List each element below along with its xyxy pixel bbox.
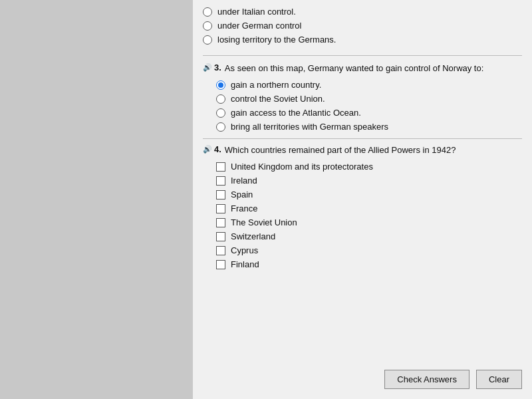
q4-option-2[interactable]: Ireland [216,176,522,186]
q4-option-8-label: Finland [231,259,259,269]
q4-option-5[interactable]: The Soviet Union [216,217,522,227]
q3-num-label: 3. [214,63,221,72]
radio-q3-c[interactable] [216,108,225,118]
q3-option-c[interactable]: gain access to the Atlantic Ocean. [216,108,522,118]
prev-option-3-label: losing territory to the Germans. [217,35,336,45]
question-3-number: 🔊 3. [203,63,221,72]
question-3-row: 🔊 3. As seen on this map, Germany wanted… [203,63,522,74]
question-4-number: 🔊 4. [203,144,221,154]
question-4-section: 🔊 4. Which countries remained part of th… [203,144,522,269]
main-container: under Italian control. under German cont… [0,0,532,399]
radio-prev-2[interactable] [203,21,212,31]
checkbox-q4-3[interactable] [216,190,225,200]
question-3-text: As seen on this map, Germany wanted to g… [225,63,483,74]
checkbox-q4-1[interactable] [216,162,225,172]
question-3-section: 🔊 3. As seen on this map, Germany wanted… [203,63,522,132]
q4-option-1-label: United Kingdom and its protectorates [231,162,373,172]
radio-q3-a[interactable] [216,80,225,90]
checkbox-q4-5[interactable] [216,218,225,227]
q4-option-7-label: Cyprus [231,245,258,255]
q3-option-a[interactable]: gain a northern country. [216,80,522,90]
q3-options: gain a northern country. control the Sov… [203,80,522,132]
prev-option-1[interactable]: under Italian control. [203,7,522,17]
q4-num-label: 4. [214,144,221,154]
q4-option-7[interactable]: Cyprus [216,245,522,255]
right-panel: under Italian control. under German cont… [193,0,532,399]
radio-q3-d[interactable] [216,122,225,132]
bottom-buttons: Check Answers Clear [384,370,522,389]
section-divider [203,138,522,139]
speaker-icon-3[interactable]: 🔊 [203,63,212,72]
q3-option-d[interactable]: bring all territories with German speake… [216,122,522,132]
q3-option-c-label: gain access to the Atlantic Ocean. [231,108,361,118]
prev-question-options: under Italian control. under German cont… [203,7,522,56]
prev-option-1-label: under Italian control. [217,7,296,17]
q4-option-6[interactable]: Switzerland [216,231,522,241]
q3-option-a-label: gain a northern country. [231,80,321,90]
q3-option-b-label: control the Soviet Union. [231,94,325,104]
radio-q3-b[interactable] [216,94,225,104]
checkbox-q4-6[interactable] [216,232,225,241]
prev-option-3[interactable]: losing territory to the Germans. [203,35,522,45]
prev-option-2[interactable]: under German control [203,21,522,31]
q3-option-d-label: bring all territories with German speake… [231,122,388,132]
q4-options: United Kingdom and its protectorates Ire… [203,162,522,269]
q4-option-4-label: France [231,203,257,213]
check-answers-button[interactable]: Check Answers [384,370,469,389]
speaker-icon-4[interactable]: 🔊 [203,145,212,154]
q4-option-1[interactable]: United Kingdom and its protectorates [216,162,522,172]
q4-option-4[interactable]: France [216,203,522,213]
q4-option-3[interactable]: Spain [216,190,522,200]
clear-button[interactable]: Clear [476,370,522,389]
q4-option-2-label: Ireland [231,176,257,186]
checkbox-q4-7[interactable] [216,246,225,255]
prev-option-2-label: under German control [217,21,301,31]
question-4-row: 🔊 4. Which countries remained part of th… [203,144,522,156]
radio-prev-3[interactable] [203,35,212,45]
checkbox-q4-4[interactable] [216,204,225,213]
question-4-text: Which countries remained part of the All… [225,144,456,156]
q4-option-3-label: Spain [231,190,253,200]
radio-prev-1[interactable] [203,7,212,17]
q4-option-8[interactable]: Finland [216,259,522,269]
q4-option-6-label: Switzerland [231,231,275,241]
q3-option-b[interactable]: control the Soviet Union. [216,94,522,104]
checkbox-q4-8[interactable] [216,260,225,269]
checkbox-q4-2[interactable] [216,176,225,186]
q4-option-5-label: The Soviet Union [231,217,297,227]
